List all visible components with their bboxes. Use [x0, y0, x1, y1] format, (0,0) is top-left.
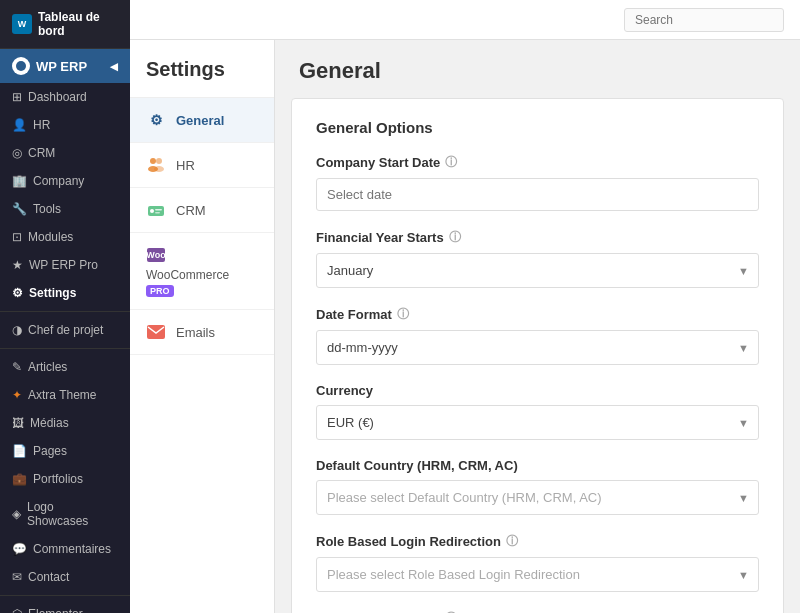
sidebar-item-logo-showcases[interactable]: ◈ Logo Showcases: [0, 493, 130, 535]
sidebar-item-contact[interactable]: ✉ Contact: [0, 563, 130, 591]
contact-icon: ✉: [12, 570, 22, 584]
settings-sidebar: Settings ⚙ General HR CRM: [130, 40, 275, 613]
sidebar-item-articles[interactable]: ✎ Articles: [0, 353, 130, 381]
sidebar-item-wperp-pro[interactable]: ★ WP ERP Pro: [0, 251, 130, 279]
content-area: Settings ⚙ General HR CRM: [130, 40, 800, 613]
sidebar-item-commentaires[interactable]: 💬 Commentaires: [0, 535, 130, 563]
company-start-date-group: Company Start Date ⓘ: [316, 154, 759, 211]
sidebar-item-pages[interactable]: 📄 Pages: [0, 437, 130, 465]
logo-showcases-label: Logo Showcases: [27, 500, 118, 528]
sidebar-header[interactable]: W Tableau de bord: [0, 0, 130, 49]
erp-arrow-icon: ◀: [110, 61, 118, 72]
date-format-info-icon[interactable]: ⓘ: [397, 306, 409, 323]
sidebar-item-company[interactable]: 🏢 Company: [0, 167, 130, 195]
sidebar-divider-1: [0, 311, 130, 312]
company-icon: 🏢: [12, 174, 27, 188]
erp-label: WP ERP: [36, 59, 87, 74]
sidebar-item-modules[interactable]: ⊡ Modules: [0, 223, 130, 251]
sidebar-item-tools[interactable]: 🔧 Tools: [0, 195, 130, 223]
sidebar-item-axtra-theme[interactable]: ✦ Axtra Theme: [0, 381, 130, 409]
sidebar-item-settings[interactable]: ⚙ Settings: [0, 279, 130, 307]
search-input[interactable]: [624, 8, 784, 32]
svg-rect-11: [147, 325, 165, 339]
contact-label: Contact: [28, 570, 69, 584]
sidebar-item-crm[interactable]: ◎ CRM: [0, 139, 130, 167]
sidebar-header-label: Tableau de bord: [38, 10, 118, 38]
sidebar-item-elementor[interactable]: ⬡ Elementor: [0, 600, 130, 613]
role-login-select[interactable]: Please select Role Based Login Redirecti…: [316, 557, 759, 592]
role-login-group: Role Based Login Redirection ⓘ Please se…: [316, 533, 759, 592]
company-start-date-label: Company Start Date ⓘ: [316, 154, 759, 171]
woocommerce-nav-label: WooCommerce: [146, 268, 229, 282]
crm-label: CRM: [28, 146, 55, 160]
currency-group: Currency EUR (€) ▼: [316, 383, 759, 440]
dashboard-icon: ⊞: [12, 90, 22, 104]
financial-year-info-icon[interactable]: ⓘ: [449, 229, 461, 246]
general-nav-icon: ⚙: [146, 110, 166, 130]
settings-label: Settings: [29, 286, 76, 300]
financial-year-group: Financial Year Starts ⓘ January ▼: [316, 229, 759, 288]
company-start-date-input[interactable]: [316, 178, 759, 211]
woocommerce-nav-icon: Woo: [146, 245, 166, 265]
axtra-label: Axtra Theme: [28, 388, 96, 402]
general-options-panel: General Options Company Start Date ⓘ Fin…: [291, 98, 784, 613]
financial-year-select[interactable]: January: [316, 253, 759, 288]
date-format-group: Date Format ⓘ dd-mm-yyyy ▼: [316, 306, 759, 365]
currency-select-wrap: EUR (€) ▼: [316, 405, 759, 440]
default-country-select[interactable]: Please select Default Country (HRM, CRM,…: [316, 480, 759, 515]
hr-nav-label: HR: [176, 158, 195, 173]
logo-showcases-icon: ◈: [12, 507, 21, 521]
currency-select[interactable]: EUR (€): [316, 405, 759, 440]
crm-icon: ◎: [12, 146, 22, 160]
elementor-label: Elementor: [28, 607, 83, 613]
sidebar-item-portfolios[interactable]: 💼 Portfolios: [0, 465, 130, 493]
sidebar-divider-2: [0, 348, 130, 349]
main-area: Settings ⚙ General HR CRM: [130, 0, 800, 613]
company-label: Company: [33, 174, 84, 188]
pages-label: Pages: [33, 444, 67, 458]
role-login-info-icon[interactable]: ⓘ: [506, 533, 518, 550]
commentaires-label: Commentaires: [33, 542, 111, 556]
settings-nav-emails[interactable]: Emails: [130, 310, 274, 355]
sidebar-item-dashboard[interactable]: ⊞ Dashboard: [0, 83, 130, 111]
emails-nav-label: Emails: [176, 325, 215, 340]
axtra-icon: ✦: [12, 388, 22, 402]
hr-nav-icon: [146, 155, 166, 175]
chef-label: Chef de projet: [28, 323, 103, 337]
wperp-pro-icon: ★: [12, 258, 23, 272]
settings-nav-hr[interactable]: HR: [130, 143, 274, 188]
sidebar-item-hr[interactable]: 👤 HR: [0, 111, 130, 139]
portfolios-label: Portfolios: [33, 472, 83, 486]
svg-point-0: [16, 61, 26, 71]
default-country-label: Default Country (HRM, CRM, AC): [316, 458, 759, 473]
erp-icon: [12, 57, 30, 75]
settings-nav-general[interactable]: ⚙ General: [130, 98, 274, 143]
pro-badge: PRO: [146, 285, 174, 297]
sidebar-divider-3: [0, 595, 130, 596]
elementor-icon: ⬡: [12, 607, 22, 613]
date-format-select[interactable]: dd-mm-yyyy: [316, 330, 759, 365]
top-bar: [130, 0, 800, 40]
chef-icon: ◑: [12, 323, 22, 337]
date-format-select-wrap: dd-mm-yyyy ▼: [316, 330, 759, 365]
default-country-group: Default Country (HRM, CRM, AC) Please se…: [316, 458, 759, 515]
role-login-label: Role Based Login Redirection ⓘ: [316, 533, 759, 550]
role-login-select-wrap: Please select Role Based Login Redirecti…: [316, 557, 759, 592]
sidebar-item-chef[interactable]: ◑ Chef de projet: [0, 316, 130, 344]
wperp-pro-label: WP ERP Pro: [29, 258, 98, 272]
general-page-title: General: [275, 40, 800, 98]
settings-nav-crm[interactable]: CRM: [130, 188, 274, 233]
svg-rect-7: [155, 209, 162, 211]
medias-label: Médias: [30, 416, 69, 430]
svg-rect-8: [155, 212, 160, 214]
svg-point-6: [150, 209, 154, 213]
emails-nav-icon: [146, 322, 166, 342]
medias-icon: 🖼: [12, 416, 24, 430]
date-format-label: Date Format ⓘ: [316, 306, 759, 323]
sidebar-item-medias[interactable]: 🖼 Médias: [0, 409, 130, 437]
modules-icon: ⊡: [12, 230, 22, 244]
svg-point-1: [150, 158, 156, 164]
company-start-date-info-icon[interactable]: ⓘ: [445, 154, 457, 171]
settings-nav-woocommerce[interactable]: Woo WooCommerce PRO: [130, 233, 274, 310]
sidebar-erp-item[interactable]: WP ERP ◀: [0, 49, 130, 83]
